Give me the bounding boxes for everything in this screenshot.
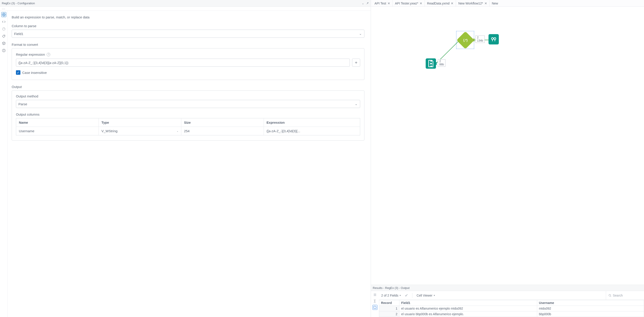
svg-point-1 bbox=[2, 28, 5, 30]
tab-readdata[interactable]: ReadData.yxmd ✕ bbox=[425, 0, 456, 7]
help-circle-icon[interactable]: ? bbox=[47, 53, 50, 56]
svg-point-2 bbox=[4, 36, 4, 36]
results-table: Record Field1 Username 1 el usuario es A… bbox=[379, 300, 644, 317]
cell-record: 1 bbox=[379, 306, 400, 311]
column-to-parse-label: Column to parse bbox=[12, 24, 364, 28]
close-icon[interactable]: ✕ bbox=[388, 2, 390, 5]
code-icon[interactable] bbox=[1, 19, 6, 24]
caret-down-icon: ▾ bbox=[400, 294, 401, 296]
column-to-parse-value: Field1 bbox=[14, 32, 23, 36]
regex-tool-node[interactable]: (.*) bbox=[456, 31, 474, 49]
browse-tool-node[interactable] bbox=[488, 34, 499, 45]
sigma-icon[interactable] bbox=[372, 298, 378, 303]
results-title: Results - RegEx (3) - Output bbox=[371, 285, 644, 291]
cell-name[interactable]: Username bbox=[16, 127, 99, 135]
cell-type[interactable]: V_WString ⌄ bbox=[98, 127, 181, 135]
column-to-parse-select[interactable]: Field1 ⌄ bbox=[12, 30, 364, 38]
chevron-down-icon: ⌄ bbox=[355, 102, 358, 106]
output-method-value: Parse bbox=[18, 102, 27, 106]
macro-annotation: 2 88b bbox=[438, 59, 446, 67]
tag-icon[interactable] bbox=[1, 34, 6, 39]
svg-point-10 bbox=[492, 38, 494, 40]
results-side-icons bbox=[371, 291, 379, 317]
output-columns-label: Output columns bbox=[16, 113, 360, 116]
tab-new[interactable]: New bbox=[490, 0, 500, 7]
refresh-icon[interactable] bbox=[1, 27, 6, 32]
tab-api-tester[interactable]: API Tester.yxwz* ✕ bbox=[393, 0, 425, 7]
workflow-canvas[interactable]: 2 88b (.*) 2 134b bbox=[371, 7, 644, 285]
cell-size[interactable]: 254 bbox=[181, 127, 264, 135]
regex-value: ([a-zA-Z_-]{3,4}\d{3}[a-zA-Z]{0,1}) bbox=[18, 61, 68, 65]
output-method-label: Output method bbox=[16, 94, 360, 98]
tab-api-test[interactable]: API Test ✕ bbox=[372, 0, 393, 7]
output-label: Output bbox=[12, 85, 364, 89]
output-method-select[interactable]: Parse ⌄ bbox=[16, 100, 360, 108]
svg-point-0 bbox=[3, 14, 4, 15]
cell-field1: el usuario es Alfanumerico ejemplo mtdu0… bbox=[400, 306, 537, 311]
svg-point-18 bbox=[609, 294, 610, 296]
svg-line-19 bbox=[610, 296, 611, 296]
chevron-down-icon: ⌄ bbox=[359, 32, 362, 36]
col-record[interactable]: Record bbox=[379, 300, 400, 306]
cell-viewer-dropdown[interactable]: Cell Viewer ▾ bbox=[416, 294, 435, 297]
regex-add-button[interactable]: + bbox=[352, 59, 360, 67]
help-icon[interactable] bbox=[1, 48, 6, 53]
close-icon[interactable]: ✕ bbox=[420, 2, 422, 5]
case-insensitive-label: Case insensitive bbox=[22, 71, 47, 75]
collapse-icon[interactable]: ⌄ bbox=[362, 2, 364, 5]
results-toolbar: 2 of 2 Fields ▾ ✔ Cell Viewer ▾ Search bbox=[379, 291, 644, 300]
results-search[interactable]: Search bbox=[606, 291, 642, 300]
divider bbox=[412, 293, 412, 298]
gear-icon[interactable] bbox=[1, 12, 6, 17]
regex-annotation: 2 134b bbox=[476, 36, 485, 43]
col-header-expression: Expression bbox=[264, 118, 360, 127]
cell-record: 2 bbox=[379, 311, 400, 317]
format-to-convert-label: Format to convert bbox=[12, 43, 364, 47]
table-row[interactable]: 2 el usuario bbp000b es Alfanumerico eje… bbox=[379, 311, 644, 317]
config-header: RegEx (3) - Configuration ⌄ 📌︎ bbox=[0, 0, 371, 7]
table-row[interactable]: Username V_WString ⌄ 254 ([a-zA-Z_-]{3,4… bbox=[16, 127, 360, 135]
regex-label: Regular expression bbox=[16, 53, 45, 56]
close-icon[interactable]: ✕ bbox=[451, 2, 454, 5]
chevron-down-icon: ⌄ bbox=[176, 130, 178, 132]
messages-icon[interactable] bbox=[372, 292, 378, 297]
output-columns-table: Name Type Size Expression Username bbox=[16, 118, 360, 135]
table-row[interactable]: 1 el usuario es Alfanumerico ejemplo mtd… bbox=[379, 306, 644, 311]
config-subtitle: Build an expression to parse, match, or … bbox=[12, 15, 364, 19]
grip-handle[interactable]: ⋯ bbox=[0, 7, 371, 11]
case-insensitive-checkbox[interactable]: ✓ bbox=[16, 70, 20, 75]
cell-username: mtdu092 bbox=[537, 306, 644, 311]
macro-input-node[interactable] bbox=[426, 58, 436, 69]
package-icon[interactable] bbox=[1, 41, 6, 46]
search-placeholder: Search bbox=[613, 294, 623, 297]
apply-filter-icon[interactable]: ✔ bbox=[405, 293, 408, 298]
regex-input[interactable]: ([a-zA-Z_-]{3,4}\d{3}[a-zA-Z]{0,1}) bbox=[16, 59, 350, 67]
col-header-name: Name bbox=[16, 118, 99, 127]
col-header-size: Size bbox=[181, 118, 264, 127]
cell-expression: ([a-zA-Z_-]{3,4}\d{3}[... bbox=[264, 127, 360, 135]
col-username[interactable]: Username bbox=[537, 300, 644, 306]
fields-dropdown[interactable]: 2 of 2 Fields ▾ bbox=[381, 294, 401, 297]
cell-username: bbp000b bbox=[537, 311, 644, 317]
search-icon bbox=[608, 294, 612, 297]
workflow-tabs: API Test ✕ API Tester.yxwz* ✕ ReadData.y… bbox=[371, 0, 644, 7]
sidebar-tabs bbox=[0, 11, 8, 317]
data-icon[interactable] bbox=[372, 305, 378, 310]
caret-down-icon: ▾ bbox=[434, 294, 435, 296]
col-header-type: Type bbox=[98, 118, 181, 127]
col-field1[interactable]: Field1 bbox=[400, 300, 537, 306]
tab-new-workflow12[interactable]: New Workflow12* ✕ bbox=[456, 0, 490, 7]
svg-point-11 bbox=[494, 38, 496, 40]
close-icon[interactable]: ✕ bbox=[484, 2, 487, 5]
config-title: RegEx (3) - Configuration bbox=[2, 2, 35, 5]
pin-icon[interactable]: 📌︎ bbox=[366, 2, 369, 5]
cell-field1: el usuario bbp000b es Alfanumerico ejemp… bbox=[400, 311, 537, 317]
